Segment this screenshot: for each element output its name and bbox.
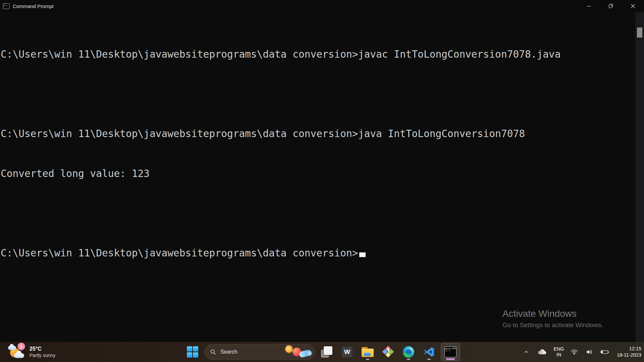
git-icon (382, 346, 394, 358)
battery-charging-icon (600, 349, 609, 355)
start-button[interactable] (184, 343, 201, 361)
speaker-icon (586, 349, 593, 355)
word-icon: W (342, 347, 353, 357)
close-icon (631, 4, 635, 8)
taskbar-item-file-explorer[interactable] (359, 343, 376, 361)
onedrive-button[interactable] (536, 347, 548, 357)
terminal-icon: C:\ (444, 347, 457, 357)
windows-logo-icon (187, 346, 198, 358)
language-line1: ENG (553, 346, 564, 352)
running-indicator (427, 359, 431, 360)
vscode-icon (424, 347, 434, 357)
search-box[interactable]: Search (204, 344, 315, 360)
minimize-button[interactable] (578, 0, 600, 12)
taskbar-item-git[interactable] (379, 343, 397, 361)
command-prompt-icon-glyph: C:\ (3, 4, 7, 7)
window-controls (578, 0, 644, 12)
volume-button[interactable] (584, 348, 594, 356)
cloud-icon (14, 353, 24, 358)
task-view-icon (321, 346, 332, 358)
scrollbar-thumb[interactable] (637, 27, 642, 38)
notification-badge: 1 (17, 343, 25, 350)
terminal-prompt-text: C:\Users\win 11\Desktop\javawebsiteprogr… (1, 247, 358, 259)
titlebar-left: C:\ Command Prompt (0, 3, 54, 9)
chevron-up-icon (523, 349, 529, 355)
taskbar-item-command-prompt-active[interactable]: C:\ (441, 343, 460, 361)
search-label: Search (220, 349, 288, 355)
weather-temperature: 25°C (30, 346, 55, 352)
activate-windows-watermark: Activate Windows Go to Settings to activ… (502, 308, 603, 329)
window-title: Command Prompt (13, 3, 54, 9)
system-tray: ENG IN (522, 342, 641, 362)
file-explorer-icon (362, 347, 374, 357)
terminal-output-area[interactable]: C:\Users\win 11\Desktop\javawebsiteprogr… (0, 12, 644, 342)
language-line2: IN (553, 352, 564, 358)
watermark-title: Activate Windows (502, 308, 603, 319)
active-app-indicator (446, 358, 455, 360)
terminal-text: C:\Users\win 11\Desktop\javawebsiteprogr… (0, 12, 644, 286)
command-prompt-window: C:\ Command Prompt (0, 0, 644, 362)
taskbar: 1 25°C Partly sunny Search (0, 342, 644, 362)
tray-date: 18-11-2023 (617, 352, 641, 358)
weather-condition: Partly sunny (30, 352, 55, 358)
partly-sunny-icon: 1 (8, 345, 25, 359)
terminal-prompt-line: C:\Users\win 11\Desktop\javawebsiteprogr… (1, 247, 631, 260)
window-titlebar: C:\ Command Prompt (0, 0, 644, 12)
watermark-subtitle: Go to Settings to activate Windows. (502, 321, 603, 329)
terminal-cursor (359, 252, 366, 257)
word-icon-letter: W (344, 348, 350, 356)
minimize-icon (587, 4, 591, 8)
command-prompt-icon: C:\ (3, 3, 9, 9)
wifi-button[interactable] (569, 348, 579, 356)
sun-emoji-icon (285, 346, 292, 353)
wifi-icon (571, 349, 578, 355)
restore-icon (608, 4, 613, 8)
taskbar-item-edge[interactable] (400, 343, 417, 361)
terminal-line: C:\Users\win 11\Desktop\javawebsiteprogr… (1, 48, 631, 61)
terminal-line-blank (1, 88, 631, 101)
running-indicator (366, 359, 369, 360)
terminal-line: Converted long value: 123 (1, 167, 631, 181)
close-button[interactable] (622, 0, 644, 12)
search-icon (210, 349, 216, 355)
running-indicator (407, 359, 410, 360)
edge-browser-icon (403, 346, 414, 358)
taskbar-item-word[interactable]: W (338, 343, 356, 361)
battery-button[interactable] (599, 348, 610, 356)
search-highlight-icons (288, 347, 311, 357)
weather-text: 25°C Partly sunny (30, 346, 55, 358)
tray-time: 12:15 (617, 346, 641, 352)
task-view-button[interactable] (318, 343, 335, 361)
terminal-scrollbar[interactable] (635, 12, 644, 342)
terminal-line: C:\Users\win 11\Desktop\javawebsiteprogr… (1, 127, 631, 141)
weather-widget[interactable]: 1 25°C Partly sunny (5, 342, 59, 362)
cloud-icon (8, 346, 16, 350)
tray-chevron-up-button[interactable] (522, 348, 531, 356)
restore-button[interactable] (600, 0, 622, 12)
clock[interactable]: 12:15 18-11-2023 (617, 346, 641, 358)
terminal-icon-glyph: C:\ (445, 349, 456, 352)
onedrive-cloud-icon (537, 349, 547, 355)
language-indicator[interactable]: ENG IN (553, 346, 564, 358)
terminal-line-blank (1, 207, 631, 220)
taskbar-item-vscode[interactable] (420, 343, 438, 361)
